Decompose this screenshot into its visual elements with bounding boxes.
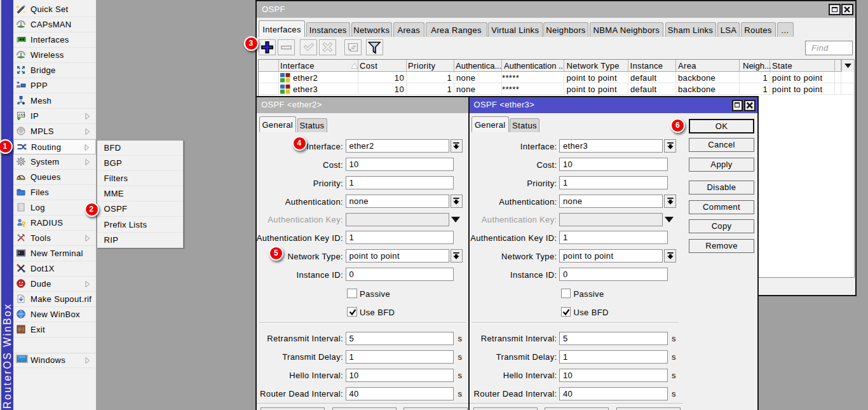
svg-text:255: 255 (18, 113, 26, 117)
